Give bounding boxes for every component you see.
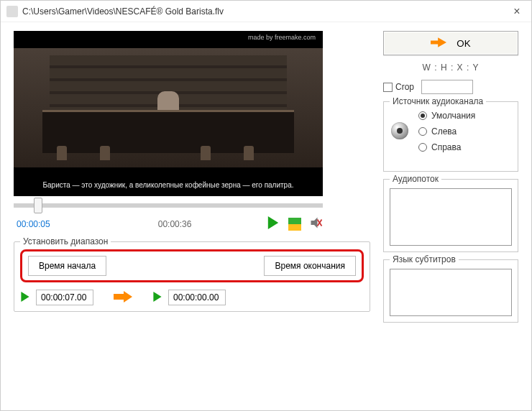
end-time-button[interactable]: Время окончания [264,256,356,276]
seek-slider[interactable] [14,203,323,208]
arrow-right-icon [431,37,446,50]
start-time-input[interactable] [36,290,93,305]
range-legend: Установить диапазон [20,236,111,246]
svg-rect-2 [288,224,301,231]
speaker-icon [391,122,408,139]
audio-stream-list[interactable] [390,188,512,246]
audio-source-legend: Источник аудиоканала [390,96,486,106]
audio-stream-fieldset: Аудиопоток [383,179,518,252]
ok-label: OK [457,38,470,49]
titlebar: C:\Users\Gamer\Videos\NESCAFÉ® Gold Bari… [1,1,531,22]
radio-right[interactable]: Справа [418,142,512,152]
app-icon [6,6,18,17]
dialog-window: C:\Users\Gamer\Videos\NESCAFÉ® Gold Bari… [0,0,532,411]
crop-checkbox[interactable]: Сrop [383,82,414,92]
range-fieldset: Установить диапазон Время начала Время о… [14,241,370,312]
crop-label: Сrop [395,82,414,92]
play-from-start-button[interactable] [20,292,30,304]
video-preview[interactable]: made by freemake.com Бариста — это худож… [14,31,323,196]
svg-marker-7 [114,291,132,303]
svg-rect-1 [288,218,301,224]
audio-source-fieldset: Источник аудиоканала Умолчания Слева Спр… [383,101,518,172]
crop-input[interactable] [421,80,473,94]
audio-stream-legend: Аудиопоток [390,174,441,184]
play-from-end-button[interactable] [152,292,162,304]
svg-marker-3 [311,218,318,228]
subtitle-lang-fieldset: Язык субтитров [383,259,518,323]
svg-marker-8 [153,292,161,302]
play-button[interactable] [267,216,280,231]
close-button[interactable]: × [508,3,526,20]
video-subtitle: Бариста — это художник, а великолепные к… [14,181,323,189]
video-frame [14,48,323,167]
subtitle-lang-legend: Язык субтитров [390,254,459,264]
total-time: 00:00:36 [158,219,192,229]
subtitle-lang-list[interactable] [390,269,512,316]
ok-button[interactable]: OK [383,31,518,55]
arrow-right-icon [114,291,132,305]
current-time: 00:00:05 [17,219,50,229]
radio-left[interactable]: Слева [418,126,512,137]
end-time-input[interactable] [168,290,226,305]
start-time-button[interactable]: Время начала [28,256,106,276]
radio-default[interactable]: Умолчания [418,111,512,121]
svg-marker-0 [268,216,278,229]
snapshot-button[interactable] [288,218,301,231]
mute-button[interactable] [310,216,323,231]
whxy-label: W : H : X : Y [383,63,518,73]
watermark-text: made by freemake.com [248,34,316,41]
seek-thumb[interactable] [34,198,42,213]
window-title: C:\Users\Gamer\Videos\NESCAFÉ® Gold Bari… [22,6,508,17]
svg-marker-9 [431,37,446,47]
svg-marker-6 [21,292,29,302]
range-highlight: Время начала Время окончания [20,249,364,282]
